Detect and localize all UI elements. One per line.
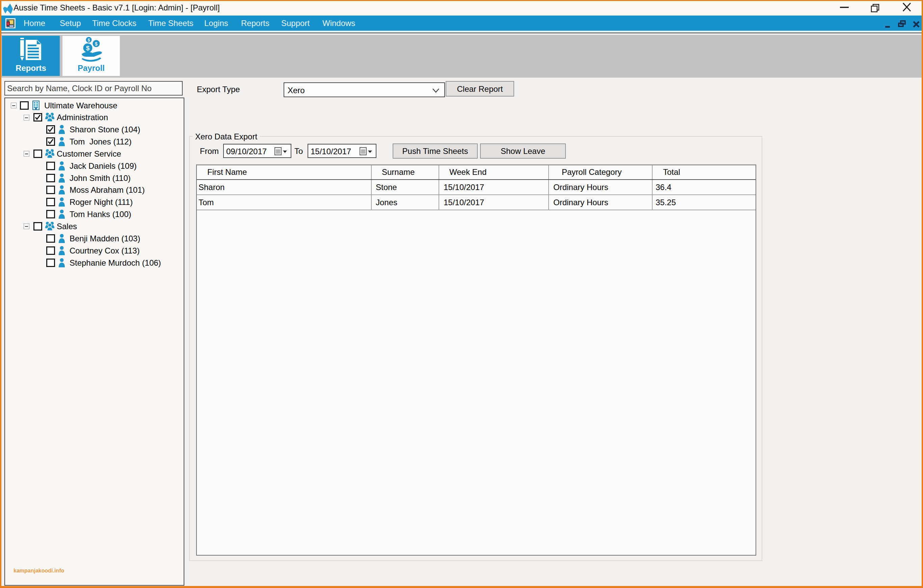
- svg-text:$: $: [86, 44, 90, 52]
- svg-text:$: $: [88, 38, 90, 43]
- svg-text:$: $: [95, 41, 98, 47]
